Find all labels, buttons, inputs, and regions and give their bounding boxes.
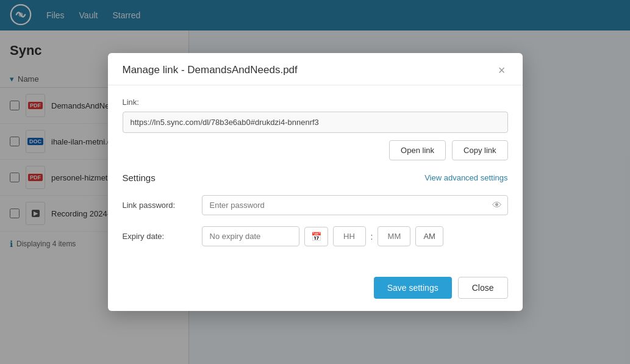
settings-label: Settings [123,173,156,183]
ampm-button[interactable]: AM [415,226,443,246]
modal-body: Link: Open link Copy link Settings View … [108,85,523,269]
password-field-wrap: 👁 [202,195,508,215]
password-label: Link password: [123,201,202,210]
link-buttons: Open link Copy link [123,140,508,160]
link-url-input[interactable] [123,112,508,133]
link-label: Link: [123,98,508,107]
password-input-wrap: 👁 [202,195,508,215]
modal-overlay: Manage link - DemandsAndNeeds.pdf × Link… [0,0,630,364]
time-separator: : [371,232,373,241]
expiry-label: Expiry date: [123,232,202,241]
calendar-button[interactable]: 📅 [304,227,328,246]
modal-title: Manage link - DemandsAndNeeds.pdf [123,64,298,76]
password-input[interactable] [202,195,508,215]
modal-close-button[interactable]: × [496,64,508,76]
expiry-fields: 📅 : AM [202,226,508,246]
modal: Manage link - DemandsAndNeeds.pdf × Link… [108,53,523,311]
expiry-input-wrap: 📅 : AM [202,226,508,246]
modal-header: Manage link - DemandsAndNeeds.pdf × [108,53,523,85]
modal-footer: Save settings Close [108,269,523,311]
save-settings-button[interactable]: Save settings [374,277,452,299]
close-button[interactable]: Close [458,277,508,299]
expiry-date-input[interactable] [202,226,299,246]
eye-icon[interactable]: 👁 [492,200,502,211]
copy-link-button[interactable]: Copy link [452,140,507,160]
settings-section-header: Settings View advanced settings [123,173,508,183]
hour-input[interactable] [333,226,366,246]
minute-input[interactable] [378,226,410,246]
expiry-row: Expiry date: 📅 : AM [123,226,508,246]
open-link-button[interactable]: Open link [389,140,446,160]
advanced-settings-link[interactable]: View advanced settings [424,173,507,182]
password-row: Link password: 👁 [123,195,508,215]
